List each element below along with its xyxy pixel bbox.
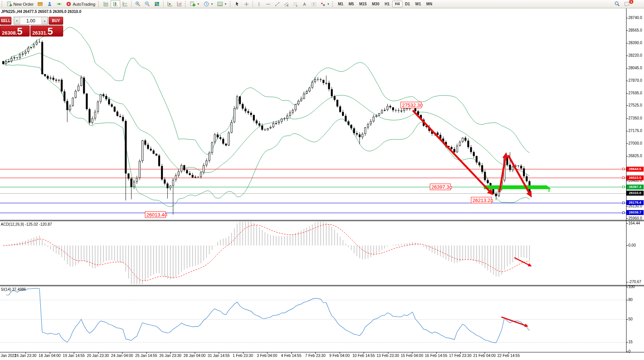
timeframe-button-h4[interactable]: H4 xyxy=(392,1,402,7)
toolbar-separator xyxy=(253,1,253,7)
svg-text:E: E xyxy=(287,5,288,7)
toolbar-grip[interactable] xyxy=(185,1,186,7)
price-axis-tick: 28740.0 xyxy=(628,16,642,20)
time-axis-label: 21 Feb 04:00 xyxy=(473,354,496,358)
trendline-tool-button[interactable] xyxy=(273,0,282,8)
price-annotation[interactable]: 26013.4 xyxy=(145,211,166,218)
new-order-label: New Order xyxy=(13,2,33,6)
chevron-down-icon: ▼ xyxy=(327,3,330,5)
signals-button[interactable] xyxy=(54,0,64,8)
text-label-tool-button[interactable]: T xyxy=(309,0,318,8)
autotrading-label: AutoTrading xyxy=(73,2,95,6)
chart-shift-button[interactable] xyxy=(175,0,184,8)
toolbar-grip[interactable] xyxy=(230,1,231,7)
macd-axis-tick: 0.00 xyxy=(628,243,636,247)
price-annotation[interactable]: 26213.2 xyxy=(471,197,492,204)
auto-scroll-icon xyxy=(167,1,173,7)
sell-price-button[interactable]: 26308.5 xyxy=(0,25,30,37)
notifications-button[interactable]: 1 xyxy=(622,0,632,8)
horizontal-line-tool-button[interactable] xyxy=(264,0,273,8)
search-button[interactable] xyxy=(612,0,622,8)
tile-windows-icon xyxy=(154,1,160,7)
periods-icon xyxy=(204,1,209,7)
timeframe-button-m5[interactable]: M5 xyxy=(346,1,356,7)
lot-increase-button[interactable]: ▲ xyxy=(41,17,48,24)
price-annotation-text: 26397.3 xyxy=(431,184,449,190)
buy-button[interactable]: BUY xyxy=(49,17,63,25)
timeframe-button-m30[interactable]: M30 xyxy=(369,1,382,7)
vertical-line-tool-button[interactable] xyxy=(254,0,264,8)
price-axis-badge: 26523.5 xyxy=(627,175,644,180)
time-axis-label: 24 Jan 04:00 xyxy=(111,354,133,358)
time-axis-label: 3 Feb 04:00 xyxy=(257,354,277,358)
zoom-out-button[interactable] xyxy=(143,0,152,8)
macd-axis-tick: -270.67 xyxy=(628,280,641,284)
templates-icon xyxy=(217,1,223,7)
candlestick-chart-button[interactable] xyxy=(111,0,120,8)
sell-price-pips: 5 xyxy=(17,27,22,36)
time-axis-label: 10 Feb 14:55 xyxy=(353,354,375,358)
auto-scroll-button[interactable] xyxy=(165,0,175,8)
history-center-button[interactable] xyxy=(35,0,45,8)
buy-price-button[interactable]: 26331.5 xyxy=(30,25,63,37)
time-axis-label: 20 Jan 23:30 xyxy=(87,354,109,358)
tile-windows-button[interactable] xyxy=(152,0,162,8)
price-annotation-text: 26013.4 xyxy=(146,212,164,217)
toolbar-grip[interactable] xyxy=(98,1,100,7)
equidistant-channel-tool-button[interactable]: E xyxy=(282,0,291,8)
price-annotation[interactable]: 27532.3 xyxy=(401,102,421,108)
timeframe-button-m1[interactable]: M1 xyxy=(335,1,346,7)
fibonacci-tool-button[interactable]: F xyxy=(291,0,300,8)
price-annotation-text: 26213.2 xyxy=(472,198,490,203)
price-axis-tick: 27000.0 xyxy=(628,141,642,145)
templates-button[interactable]: ▼ xyxy=(215,0,229,8)
price-axis-tick: 27175.0 xyxy=(628,129,642,133)
price-axis-tick: 25960.0 xyxy=(628,216,642,220)
horizontal-line-icon xyxy=(266,2,271,7)
sell-button[interactable]: SELL xyxy=(0,17,11,25)
timeframe-button-mn[interactable]: MN xyxy=(424,1,435,7)
equidistant-channel-icon: E xyxy=(284,2,289,7)
new-order-button[interactable]: New Order xyxy=(5,0,35,8)
lot-decrease-button[interactable]: ▼ xyxy=(14,17,20,24)
chevron-down-icon: ▼ xyxy=(197,3,200,5)
timeframe-button-w1[interactable]: W1 xyxy=(413,1,424,7)
price-axis-tick: 28045.0 xyxy=(628,66,642,70)
zoom-out-icon xyxy=(145,1,150,7)
toolbar-grip[interactable] xyxy=(2,1,3,7)
rsi-axis-tick: 80 xyxy=(628,298,633,302)
crosshair-tool-button[interactable] xyxy=(242,0,251,8)
arrows-tool-button[interactable]: ▼ xyxy=(318,0,332,8)
timeframe-button-m15[interactable]: M15 xyxy=(356,1,369,7)
time-axis-label: 15 Feb 04:00 xyxy=(401,354,423,358)
chart-canvas[interactable] xyxy=(0,0,644,360)
svg-text:A: A xyxy=(303,2,306,6)
time-axis-label: 28 Jan 04:00 xyxy=(184,354,206,358)
notification-badge: 1 xyxy=(629,0,633,4)
line-chart-button[interactable] xyxy=(120,0,130,8)
cursor-tool-button[interactable] xyxy=(233,0,242,8)
profile-button[interactable] xyxy=(45,0,54,8)
rsi-axis-tick: 100 xyxy=(628,285,635,289)
chevron-down-icon: ▼ xyxy=(16,20,18,22)
zoom-in-button[interactable] xyxy=(133,0,143,8)
rsi-axis-tick: 50 xyxy=(628,317,633,321)
timeframe-button-h1[interactable]: H1 xyxy=(382,1,392,7)
periods-button[interactable]: ▼ xyxy=(202,0,215,8)
price-axis-badge: 26176.4 xyxy=(627,200,644,205)
price-axis-tick: 27350.0 xyxy=(628,116,642,120)
main-toolbar: New Order AutoTrading ▼ xyxy=(0,0,644,8)
toolbar-grip[interactable] xyxy=(332,1,334,7)
price-axis-tick: 27870.0 xyxy=(628,78,642,83)
indicators-icon xyxy=(190,1,196,7)
macd-axis-tick: 164.44 xyxy=(628,221,640,225)
chevron-down-icon: ▼ xyxy=(211,3,213,5)
text-label-icon: T xyxy=(311,2,316,7)
bar-chart-button[interactable] xyxy=(101,0,111,8)
text-tool-button[interactable]: A xyxy=(300,0,309,8)
timeframe-button-d1[interactable]: D1 xyxy=(402,1,413,7)
autotrading-button[interactable]: AutoTrading xyxy=(64,0,97,8)
lot-size-value[interactable]: 1.00 xyxy=(20,17,41,24)
price-annotation[interactable]: 26397.3 xyxy=(430,184,451,190)
indicators-button[interactable]: ▼ xyxy=(188,0,202,8)
